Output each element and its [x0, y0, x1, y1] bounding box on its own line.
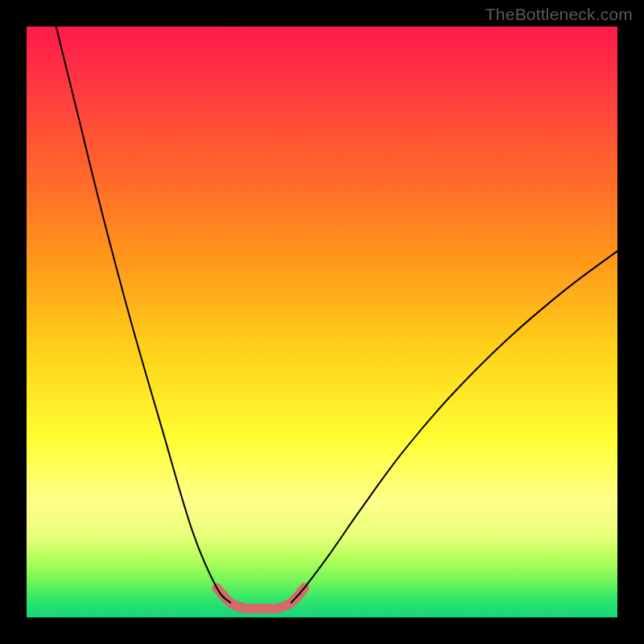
watermark-text: TheBottleneck.com	[485, 5, 633, 24]
valley-highlight-path	[217, 588, 304, 609]
right-branch-path	[291, 251, 617, 603]
curve-layer	[27, 27, 617, 617]
chart-frame: TheBottleneck.com	[0, 0, 644, 644]
left-branch-path	[56, 27, 231, 603]
plot-area	[27, 27, 617, 617]
